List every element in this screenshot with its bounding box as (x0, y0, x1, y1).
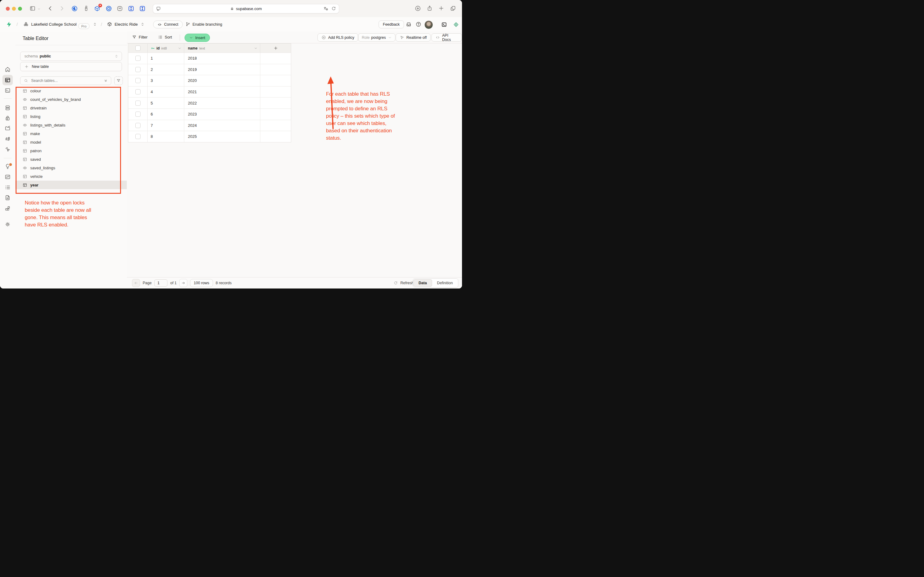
column-menu-icon[interactable] (254, 47, 258, 50)
insert-button[interactable]: Insert (185, 34, 210, 42)
nav-rail-item-integrations blocks-icon[interactable] (5, 205, 11, 211)
nav-rail-item-realtime cursor-spark-icon[interactable] (5, 147, 11, 153)
nav-rail-item-database database-icon[interactable] (5, 105, 11, 111)
connect-button[interactable]: Connect (153, 21, 183, 28)
cell-name[interactable]: 2019 (184, 64, 260, 75)
realtime-toggle-button[interactable]: Realtime off (396, 33, 431, 42)
chat-face-icon[interactable] (116, 5, 123, 12)
share-icon[interactable] (427, 5, 433, 11)
column-header-id[interactable]: id int8 (148, 44, 184, 53)
feedback-button[interactable]: Feedback (378, 21, 404, 28)
moon-icon[interactable] (71, 5, 78, 12)
tab-overview-icon[interactable] (450, 5, 456, 11)
row-checkbox[interactable] (135, 100, 140, 106)
help-icon[interactable] (415, 21, 421, 27)
role-select[interactable]: Role postgres (358, 33, 395, 42)
view-tab-data[interactable]: Data (414, 279, 432, 287)
row-select-cell[interactable] (128, 97, 148, 108)
inbox-icon[interactable] (406, 21, 412, 27)
next-page-button[interactable] (179, 279, 187, 287)
row-select-cell[interactable] (128, 53, 148, 64)
cell-name[interactable]: 2018 (184, 53, 260, 64)
cell-name[interactable]: 2021 (184, 87, 260, 97)
nav-rail-item-logs list-logs-icon[interactable] (5, 184, 11, 190)
close-window-button[interactable] (6, 7, 10, 11)
rows-per-page-button[interactable]: 100 rows (190, 279, 213, 287)
cell-id[interactable]: 8 (148, 131, 184, 142)
row-checkbox[interactable] (135, 56, 140, 61)
page-input[interactable] (154, 279, 167, 287)
select-all-checkbox[interactable] (135, 45, 140, 51)
row-select-cell[interactable] (128, 131, 148, 142)
new-tab-icon[interactable] (438, 5, 444, 11)
row-select-cell[interactable] (128, 75, 148, 86)
address-bar[interactable]: supabase.com (153, 4, 339, 13)
row-checkbox[interactable] (135, 67, 140, 72)
row-select-cell[interactable] (128, 87, 148, 97)
avatar[interactable] (424, 21, 433, 29)
nav-rail-item-authentication lock-auth-icon[interactable] (5, 115, 11, 121)
api-docs-button[interactable]: API Docs (431, 33, 462, 42)
cell-name[interactable]: 2023 (184, 109, 260, 120)
add-column-button[interactable] (260, 44, 291, 53)
cell-name[interactable]: 2025 (184, 131, 260, 142)
search-tables-box[interactable] (20, 76, 111, 85)
row-checkbox[interactable] (135, 111, 140, 117)
row-select-cell[interactable] (128, 64, 148, 75)
column-menu-icon[interactable] (178, 47, 182, 50)
new-table-button[interactable]: New table (20, 62, 122, 71)
box-heart-icon[interactable]: ♥ (94, 5, 101, 12)
row-select-cell[interactable] (128, 109, 148, 120)
back-icon[interactable] (47, 5, 53, 11)
row-select-cell[interactable] (128, 120, 148, 131)
cell-name[interactable]: 2024 (184, 120, 260, 131)
filter-tables-button[interactable] (114, 76, 123, 85)
row-checkbox[interactable] (135, 89, 140, 94)
nav-rail-item-edge-functions orbit-icon[interactable] (5, 136, 11, 142)
add-rls-policy-button[interactable]: Add RLS policy (317, 33, 358, 42)
refresh-button[interactable]: Refresh (394, 277, 414, 288)
nav-rail-item-sql-editor sql-editor-icon[interactable] (5, 87, 11, 93)
project-switcher-icon[interactable] (140, 22, 145, 27)
supabase-logo-icon[interactable] (6, 21, 12, 27)
letter-i-icon[interactable] (128, 5, 134, 12)
sidebar-toggle-icon[interactable] (29, 5, 36, 11)
cell-name[interactable]: 2022 (184, 97, 260, 108)
cell-id[interactable]: 6 (148, 109, 184, 120)
nav-rail-item-settings gear-icon[interactable] (5, 221, 11, 227)
select-all-cell[interactable] (128, 44, 148, 53)
minimize-window-button[interactable] (12, 7, 16, 11)
chevron-down-icon[interactable] (37, 7, 41, 11)
cell-id[interactable]: 2 (148, 64, 184, 75)
row-checkbox[interactable] (135, 123, 140, 128)
reload-icon[interactable] (331, 6, 336, 11)
sort-tables-icon[interactable] (104, 79, 108, 83)
prev-page-button[interactable] (132, 279, 140, 287)
view-tab-definition[interactable]: Definition (432, 280, 458, 286)
row-checkbox[interactable] (135, 134, 140, 139)
cell-id[interactable]: 5 (148, 97, 184, 108)
cell-id[interactable]: 3 (148, 75, 184, 86)
nav-rail-item-home home-icon[interactable] (5, 66, 11, 73)
nav-rail-item-storage folder-storage-icon[interactable] (5, 125, 11, 131)
assistant-icon[interactable] (453, 22, 459, 27)
letter-i-icon[interactable] (139, 5, 146, 12)
column-header-name[interactable]: name text (184, 44, 260, 53)
project-name[interactable]: Electric Ride (114, 22, 138, 27)
search-input[interactable] (31, 78, 104, 83)
nav-rail-item-table-editor table-editor-icon[interactable] (5, 77, 11, 83)
cell-name[interactable]: 2020 (184, 75, 260, 86)
spray-bottle-icon[interactable] (83, 5, 90, 12)
zoom-window-button[interactable] (18, 7, 22, 11)
rings-icon[interactable] (105, 5, 112, 12)
translate-icon[interactable] (323, 6, 328, 11)
sort-button[interactable]: Sort (158, 35, 172, 39)
forward-icon[interactable] (59, 5, 65, 11)
cell-id[interactable]: 1 (148, 53, 184, 64)
nav-rail-item-reports chart-icon[interactable] (5, 174, 11, 180)
cell-id[interactable]: 4 (148, 87, 184, 97)
enable-branching-button[interactable]: Enable branching (193, 22, 222, 27)
org-switcher-icon[interactable] (93, 22, 97, 27)
cell-id[interactable]: 7 (148, 120, 184, 131)
nav-rail-item-api-docs file-docs-icon[interactable] (5, 195, 11, 201)
